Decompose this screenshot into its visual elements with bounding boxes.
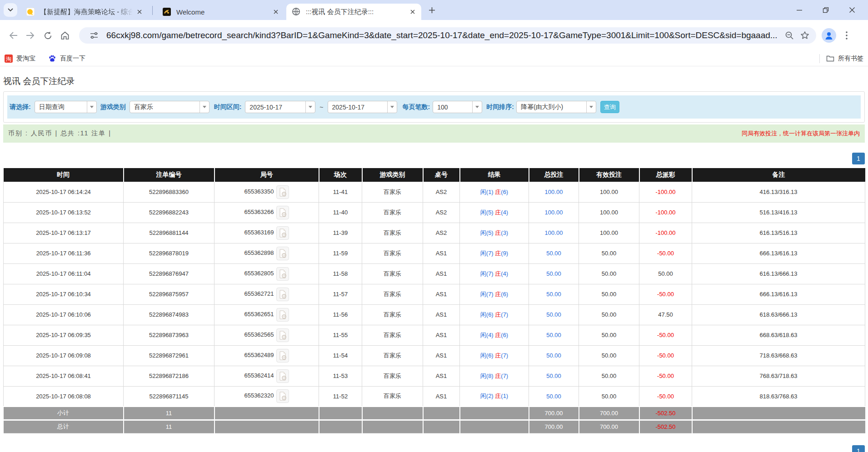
new-tab-button[interactable] <box>426 4 438 16</box>
forward-icon[interactable] <box>23 28 38 43</box>
cell-session: 11-59 <box>319 243 362 263</box>
cell-total-bet-link[interactable]: 50.00 <box>529 284 579 304</box>
cell-total-bet-link[interactable]: 50.00 <box>529 263 579 284</box>
cell-valid-bet: 100.00 <box>579 182 639 202</box>
video-icon[interactable] <box>276 308 289 322</box>
cell-time: 2025-10-17 06:13:17 <box>4 223 124 243</box>
cell-total-bet-link[interactable]: 100.00 <box>529 182 579 202</box>
video-icon[interactable] <box>276 206 289 219</box>
cell-payout: -50.00 <box>639 325 692 345</box>
page-number-button[interactable]: 1 <box>852 445 865 452</box>
cell-result: 闲(8) 庄(7) <box>460 366 529 386</box>
reload-icon[interactable] <box>40 28 55 43</box>
all-bookmarks[interactable]: 所有书签 <box>819 54 863 63</box>
page-content: 视讯 会员下注纪录 请选择: 日期查询 游戏类别 百家乐 时间区间: 2025-… <box>0 75 868 452</box>
video-icon[interactable] <box>276 288 289 301</box>
col-game-type: 游戏类别 <box>362 168 423 182</box>
per-page-select[interactable]: 100 <box>433 101 482 113</box>
chevron-down-icon <box>305 101 315 113</box>
url-bar[interactable]: 66cxkj98.com/game/betrecord_search/kind3… <box>79 27 816 44</box>
table-row: 2025-10-17 06:11:36 522896878019 6553628… <box>4 243 865 263</box>
video-icon[interactable] <box>276 226 289 240</box>
query-type-select[interactable]: 日期查询 <box>35 101 97 113</box>
page-number-button[interactable]: 1 <box>852 153 865 164</box>
cell-remark: 818.63/768.63 <box>692 386 865 407</box>
back-icon[interactable] <box>5 28 21 43</box>
zoom-icon[interactable] <box>783 29 796 42</box>
video-icon[interactable] <box>276 369 289 383</box>
cell-total-bet-link[interactable]: 50.00 <box>529 325 579 345</box>
col-valid-bet: 有效投注 <box>579 168 639 182</box>
tab-active-betrecord[interactable]: :::视讯 会员下注纪录::: <box>286 4 421 20</box>
date-end-select[interactable]: 2025-10-17 <box>328 101 397 113</box>
bookmark-taobao[interactable]: 淘 爱淘宝 <box>5 55 35 63</box>
cell-round-id: 655362320 <box>215 386 319 407</box>
tab-search-button[interactable] <box>4 3 17 17</box>
video-icon[interactable] <box>276 349 289 363</box>
filter-bar: 请选择: 日期查询 游戏类别 百家乐 时间区间: 2025-10-17 ~ 20… <box>7 95 861 119</box>
chevron-down-icon <box>472 101 482 113</box>
cell-valid-bet: 50.00 <box>579 325 639 345</box>
sort-select[interactable]: 降幂(由大到小) <box>516 101 596 113</box>
cell-game-type: 百家乐 <box>362 182 423 202</box>
page-title: 视讯 会员下注纪录 <box>3 75 865 87</box>
table-row: 2025-10-17 06:11:04 522896876947 6553628… <box>4 263 865 284</box>
col-payout: 总派彩 <box>639 168 692 182</box>
tab-close-icon[interactable] <box>409 8 417 16</box>
close-window-button[interactable] <box>839 0 865 20</box>
video-icon[interactable] <box>276 185 289 199</box>
cell-total-bet-link[interactable]: 50.00 <box>529 386 579 407</box>
browser-tab-strip: 【新提醒】海燕策略论坛 - 综合 Welcome :::视讯 会员下注纪录::: <box>0 0 868 20</box>
cell-session: 11-41 <box>319 182 362 202</box>
cell-session: 11-39 <box>319 223 362 243</box>
bookmark-label: 爱淘宝 <box>16 55 35 63</box>
per-page-label: 每页笔数: <box>403 103 430 111</box>
cell-game-type: 百家乐 <box>362 243 423 263</box>
bookmark-baidu[interactable]: 百度一下 <box>48 55 85 63</box>
tab-close-icon[interactable] <box>272 8 280 16</box>
game-type-label: 游戏类别 <box>100 103 126 111</box>
query-type-label: 请选择: <box>10 103 31 111</box>
cell-payout: -50.00 <box>639 345 692 366</box>
browser-menu-icon[interactable] <box>840 29 853 42</box>
site-settings-icon[interactable] <box>87 29 101 42</box>
col-session: 场次 <box>319 168 362 182</box>
video-icon[interactable] <box>276 247 289 260</box>
restore-button[interactable] <box>813 0 839 20</box>
search-button[interactable]: 查询 <box>600 101 619 113</box>
tab-welcome[interactable]: Welcome <box>157 4 284 20</box>
cell-session: 11-58 <box>319 263 362 284</box>
cell-result: 闲(5) 庄(3) <box>460 223 529 243</box>
cell-bet-id: 522896874983 <box>124 304 215 325</box>
currency-summary: 币别 : 人民币 | 总共 :11 注单 | <box>8 129 111 138</box>
cell-total-bet-link[interactable]: 50.00 <box>529 366 579 386</box>
cell-table-id: AS1 <box>423 366 460 386</box>
cell-total-bet-link[interactable]: 100.00 <box>529 202 579 223</box>
tab-close-icon[interactable] <box>135 8 144 16</box>
url-text: 66cxkj98.com/game/betrecord_search/kind3… <box>106 30 781 40</box>
cell-total-bet-link[interactable]: 50.00 <box>529 243 579 263</box>
table-row: 2025-10-17 06:14:24 522896883360 6553633… <box>4 182 865 202</box>
video-icon[interactable] <box>276 328 289 342</box>
cell-session: 11-54 <box>319 345 362 366</box>
minimize-button[interactable] <box>786 0 813 20</box>
cell-payout: -100.00 <box>639 223 692 243</box>
cell-total-bet-link[interactable]: 50.00 <box>529 345 579 366</box>
bookmark-star-icon[interactable] <box>798 29 812 42</box>
date-start-select[interactable]: 2025-10-17 <box>245 101 315 113</box>
subtotal-label: 小计 <box>4 407 124 420</box>
game-type-select[interactable]: 百家乐 <box>130 101 210 113</box>
cell-total-bet-link[interactable]: 50.00 <box>529 304 579 325</box>
cell-total-bet-link[interactable]: 100.00 <box>529 223 579 243</box>
cell-round-id: 655362721 <box>215 284 319 304</box>
home-icon[interactable] <box>57 28 73 43</box>
video-icon[interactable] <box>276 267 289 281</box>
profile-avatar[interactable] <box>822 28 836 43</box>
video-icon[interactable] <box>276 389 289 403</box>
tab-forum[interactable]: 【新提醒】海燕策略论坛 - 综合 <box>20 4 148 20</box>
cell-session: 11-57 <box>319 284 362 304</box>
all-bookmarks-label: 所有书签 <box>838 55 863 63</box>
cell-table-id: AS1 <box>423 243 460 263</box>
cell-game-type: 百家乐 <box>362 366 423 386</box>
chevron-down-icon <box>7 7 14 13</box>
